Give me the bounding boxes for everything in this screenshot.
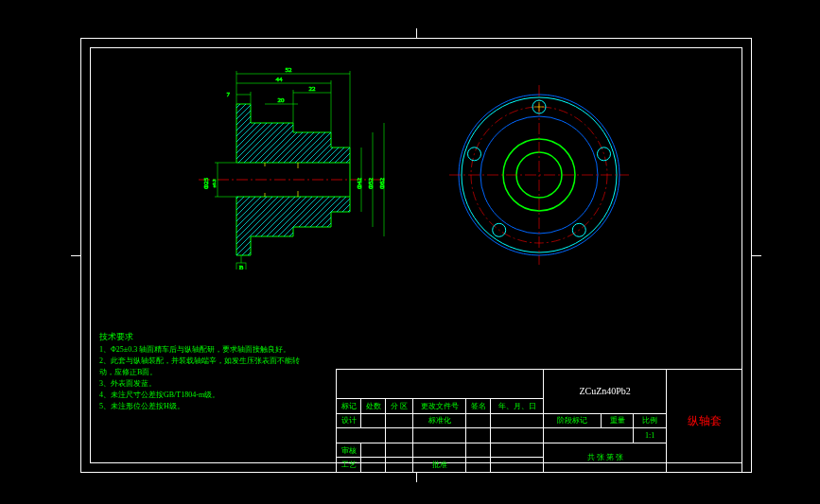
dim-d1: Φ42 (356, 177, 363, 189)
rev-hdr-zone: 分 区 (386, 399, 413, 414)
row-approve: 批准 (413, 458, 466, 473)
part-name: 纵轴套 (688, 414, 722, 427)
svg-point-38 (598, 148, 611, 161)
note-line-3: 3、外表面发蓝。 (99, 378, 300, 390)
dim-bore-tol: ±0.3 (212, 179, 217, 187)
note-line-2b: 动，应修正B面。 (99, 367, 300, 378)
dim-inner-w: 20 (278, 96, 286, 104)
material-label: ZCuZn40Pb2 (579, 386, 630, 396)
dim-step1: 44 (276, 76, 284, 83)
row-design: 设计 (337, 413, 361, 428)
rev-hdr-doc: 更改文件号 (413, 399, 466, 414)
dim-step2: 22 (309, 85, 317, 93)
scale-value: 1:1 (634, 428, 667, 443)
rev-hdr-date: 年、月、日 (491, 399, 544, 414)
note-line-4: 4、未注尺寸公差按GB/T1804-m级。 (99, 390, 300, 401)
row-review: 审核 (337, 443, 361, 458)
row-stdize: 标准化 (413, 413, 466, 428)
dim-d2: Φ52 (367, 177, 375, 189)
rev-hdr-qty: 处数 (361, 399, 386, 414)
note-line-1: 1、Φ25±0.3 轴面精车后与纵轴配研，要求轴面接触良好。 (99, 344, 300, 356)
front-view (449, 85, 629, 265)
cad-canvas: 52 44 22 20 7 Φ25 ±0.3 (0, 0, 820, 504)
dim-d3: Φ62 (378, 177, 386, 189)
note-line-2: 2、此套与纵轴装配，并装载轴端辛，如发生压张表面不能转 (99, 356, 300, 367)
title-block: ZCuZn40Pb2 纵轴套 标记 处数 分 区 更改文件号 签名 年、月、日 … (336, 369, 742, 473)
dim-overall: 52 (286, 66, 293, 74)
rev-hdr-mark: 标记 (337, 399, 361, 414)
notes-title: 技术要求 (99, 331, 300, 342)
section-view: 52 44 22 20 7 Φ25 ±0.3 (199, 66, 388, 269)
mid-scale-label: 比例 (634, 413, 667, 428)
mid-weight: 重量 (601, 413, 633, 428)
dim-bore: Φ25 (202, 177, 210, 189)
datum-label: B (239, 264, 244, 269)
dim-flange-t: 7 (227, 91, 231, 98)
sheet-label: 共 张 第 张 (544, 443, 667, 472)
note-line-5: 5、未注形位公差按H级。 (99, 401, 300, 412)
row-process: 工艺 (337, 458, 361, 473)
technical-requirements: 技术要求 1、Φ25±0.3 轴面精车后与纵轴配研，要求轴面接触良好。 2、此套… (99, 331, 300, 412)
mid-stage: 阶段标记 (544, 413, 602, 428)
rev-hdr-sign: 签名 (466, 399, 491, 414)
